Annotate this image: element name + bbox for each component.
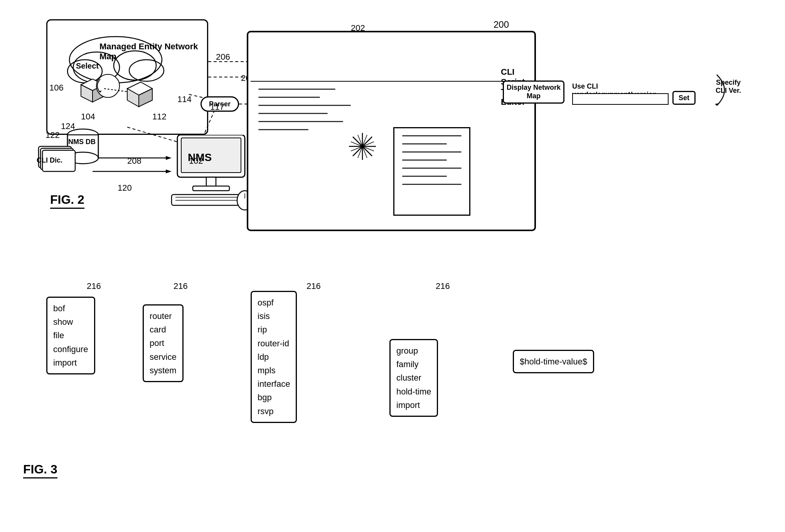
fig3-label-216-2: 216: [174, 281, 188, 291]
import2-line: import: [396, 398, 431, 412]
svg-point-14: [114, 51, 156, 80]
group-line: group: [396, 344, 431, 357]
label-124: 124: [61, 121, 75, 131]
svg-rect-36: [206, 177, 216, 187]
interface-line: interface: [258, 377, 290, 391]
bof-line: bof: [53, 302, 88, 315]
fig3-box-ospf: ospf isis rip router-id ldp mpls interfa…: [251, 291, 297, 423]
isis-line: isis: [258, 309, 290, 323]
mpls-line: mpls: [258, 364, 290, 377]
label-120: 120: [118, 183, 132, 193]
label-117: 117: [210, 102, 224, 112]
card-line: card: [150, 323, 177, 336]
rsvp-line: rsvp: [258, 404, 290, 418]
page: Managed Entity Network Map Select 106 10…: [0, 0, 785, 532]
label-206: 206: [216, 52, 230, 62]
editor-line-3: [258, 105, 351, 106]
fig3-box-group: group family cluster hold-time import: [389, 339, 438, 417]
template-doc-line-5: [402, 168, 462, 169]
template-doc-line-1: [402, 135, 462, 136]
editor-line-6: [258, 129, 308, 130]
configure-line: configure: [53, 342, 88, 356]
select-label: Select: [76, 62, 99, 70]
template-doc-line-4: [402, 159, 447, 161]
cli-dic-label: CLI Dic.: [37, 156, 62, 164]
nms-db-label: NMS DB: [68, 138, 96, 146]
file-line: file: [53, 329, 88, 342]
show-line: show: [53, 315, 88, 329]
label-106: 106: [49, 83, 64, 93]
specify-cli-arrow: [694, 71, 740, 109]
label-114: 114: [177, 94, 192, 104]
system-line: system: [150, 364, 177, 377]
template-doc-line-7: [402, 184, 462, 185]
network-map-graphic: [50, 29, 189, 117]
fig3-box-hold-time-value: $hold-time-value$: [513, 350, 594, 373]
fig2-label: FIG. 2: [50, 193, 84, 209]
set-button[interactable]: Set: [672, 91, 696, 105]
svg-rect-37: [193, 186, 229, 191]
hold-time-line: hold-time: [396, 385, 431, 398]
cluster-line: cluster: [396, 371, 431, 384]
nms-computer: [170, 135, 254, 212]
label-104: 104: [81, 112, 95, 122]
editor-content: [251, 81, 513, 223]
hold-time-value-text: $hold-time-value$: [520, 355, 587, 368]
rip-line: rip: [258, 323, 290, 336]
fig3-label-216-1: 216: [87, 281, 101, 291]
router-line: router: [150, 309, 177, 323]
template-doc-line-6: [402, 176, 447, 177]
label-102: 102: [189, 156, 203, 166]
ospf-line: ospf: [258, 296, 290, 309]
fig3-lines: [0, 277, 771, 509]
template-doc-line-2: [402, 143, 447, 144]
svg-point-23: [96, 74, 120, 97]
bgp-line: bgp: [258, 391, 290, 404]
fig3-label-216-3: 216: [307, 281, 321, 291]
fig3-label: FIG. 3: [23, 462, 57, 478]
label-200: 200: [494, 19, 509, 30]
service-line: service: [150, 350, 177, 364]
import-line: import: [53, 356, 88, 369]
router-id-line: router-id: [258, 337, 290, 350]
fig3-box-bof: bof show file configure import: [46, 297, 95, 374]
editor-line-4: [258, 113, 328, 114]
fig3-label-216-4: 216: [436, 281, 450, 291]
template-doc-line-3: [402, 151, 462, 153]
editor-line-5: [258, 121, 343, 122]
editor-line-1: [258, 89, 335, 90]
port-line: port: [150, 336, 177, 350]
burst-icon: [347, 131, 378, 162]
family-line: family: [396, 357, 431, 371]
label-122: 122: [45, 130, 60, 140]
fig3-box-router: router card port service system: [143, 304, 184, 382]
label-208: 208: [127, 156, 142, 166]
ldp-line: ldp: [258, 350, 290, 364]
cli-vendor-input[interactable]: [572, 93, 669, 105]
template-doc: [393, 127, 470, 216]
label-112: 112: [152, 112, 167, 122]
editor-line-2: [258, 97, 320, 98]
